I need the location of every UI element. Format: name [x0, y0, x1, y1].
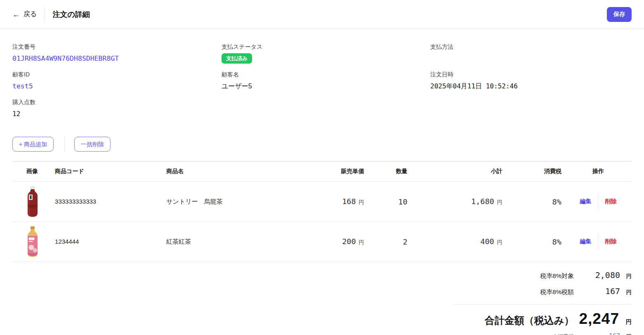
edit-link[interactable]: 編集	[580, 238, 591, 245]
product-code-cell: 1234444	[52, 222, 163, 262]
yen-suffix: 円	[359, 199, 364, 205]
operations-cell: 編集 削除	[565, 182, 632, 222]
order-datetime-field: 注文日時 2025年04月11日 10:52:46	[430, 71, 632, 91]
yen-suffix: 円	[620, 273, 632, 280]
col-header-qty: 数量	[368, 162, 411, 182]
qty-cell: 2	[368, 222, 411, 262]
item-count-field: 購入点数 12	[12, 98, 222, 119]
totals-section: 税率8%対象 2,080 円 税率8%税額 167 円 合計金額（税込み） 2,…	[12, 270, 632, 335]
grand-total-row: 合計金額（税込み） 2,247 円	[485, 310, 632, 328]
unit-price-cell: 168円	[314, 182, 367, 222]
customer-name-label: 顧客名	[222, 71, 430, 78]
grid-spacer	[222, 98, 430, 119]
tax-cell: 8%	[506, 182, 565, 222]
order-items-table: 画像 商品コード 商品名 販売単価 数量 小計 消費税 操作	[12, 161, 632, 262]
payment-method-label: 支払方法	[430, 43, 632, 51]
back-button[interactable]: ← 戻る	[12, 10, 37, 19]
col-header-image: 画像	[12, 162, 52, 182]
customer-id-label: 顧客ID	[12, 71, 222, 78]
operations-wrap: 編集 削除	[568, 193, 628, 210]
order-detail-page: ← 戻る 注文の詳細 保存 注文番号 01JRH8SA4W9N76DH8SDHE…	[0, 0, 644, 335]
col-header-subtotal: 小計	[411, 162, 506, 182]
tax8-base-label: 税率8%対象	[540, 272, 574, 280]
tax8-base-row: 税率8%対象 2,080 円	[540, 270, 632, 280]
col-header-code: 商品コード	[52, 162, 163, 182]
product-actions-row: + 商品追加 一括削除	[12, 136, 632, 152]
order-number-field: 注文番号 01JRH8SA4W9N76DH8SDHEBR8GT	[12, 43, 222, 64]
product-name-cell: 紅茶紅茶	[163, 222, 314, 262]
order-datetime-label: 注文日時	[430, 71, 632, 78]
tax8-amount-value: 167	[574, 286, 620, 296]
item-count-value: 12	[12, 109, 222, 119]
tax-value: 8%	[552, 197, 561, 206]
col-header-name: 商品名	[163, 162, 314, 182]
tax8-base-value: 2,080	[574, 270, 620, 280]
product-code-cell: 333333333333	[52, 182, 163, 222]
order-datetime-value: 2025年04月11日 10:52:46	[430, 82, 632, 91]
item-count-label: 購入点数	[12, 98, 222, 106]
actions-divider	[64, 136, 65, 152]
qty-value: 2	[403, 238, 407, 246]
yen-suffix: 円	[619, 318, 632, 326]
totals-divider	[453, 304, 632, 304]
yen-suffix: 円	[359, 239, 364, 245]
yen-suffix: 円	[620, 333, 632, 335]
back-label: 戻る	[24, 10, 37, 19]
tax-cell: 8%	[506, 222, 565, 262]
operations-divider	[598, 193, 598, 210]
customer-id-value: test5	[12, 82, 222, 91]
unit-price-cell: 200円	[314, 222, 367, 262]
unit-price-value: 200	[342, 237, 356, 246]
col-header-tax: 消費税	[506, 162, 565, 182]
product-name: サントリー 烏龍茶	[166, 198, 222, 205]
add-product-button[interactable]: + 商品追加	[12, 137, 54, 152]
product-code: 1234444	[55, 238, 79, 245]
delete-link[interactable]: 削除	[605, 238, 616, 245]
subtotal-cell: 400円	[411, 222, 506, 262]
subtotal-value: 400	[480, 237, 494, 246]
yen-suffix: 円	[497, 239, 502, 245]
product-image-cell	[12, 222, 52, 262]
top-bar-left: ← 戻る 注文の詳細	[12, 7, 90, 22]
payment-status-label: 支払ステータス	[222, 43, 430, 51]
subtotal-cell: 1,680円	[411, 182, 506, 222]
table-row: 1234444 紅茶紅茶 200円 2 400円 8%	[12, 222, 632, 262]
grand-total-value: 2,247	[579, 310, 619, 328]
product-name: 紅茶紅茶	[166, 238, 191, 245]
main-content: 注文番号 01JRH8SA4W9N76DH8SDHEBR8GT 支払ステータス …	[0, 29, 644, 335]
unit-price-value: 168	[342, 197, 356, 206]
edit-link[interactable]: 編集	[580, 198, 591, 205]
save-button[interactable]: 保存	[607, 7, 632, 22]
page-title: 注文の詳細	[52, 10, 90, 19]
qty-cell: 10	[368, 182, 411, 222]
table-header: 画像 商品コード 商品名 販売単価 数量 小計 消費税 操作	[12, 162, 632, 182]
delete-link[interactable]: 削除	[605, 198, 616, 205]
product-name-cell: サントリー 烏龍茶	[163, 182, 314, 222]
peach-tea-bottle-image	[23, 226, 42, 257]
top-bar: ← 戻る 注文の詳細 保存	[0, 0, 644, 29]
table-row: 333333333333 サントリー 烏龍茶 168円 10 1,680円	[12, 182, 632, 222]
included-tax-label: 内消費税	[552, 333, 574, 335]
included-tax-value: 167	[574, 333, 620, 335]
order-number-value: 01JRH8SA4W9N76DH8SDHEBR8GT	[12, 54, 222, 63]
bulk-delete-button[interactable]: 一括削除	[74, 137, 111, 152]
product-code: 333333333333	[55, 198, 96, 205]
oolong-tea-bottle-image	[23, 186, 42, 217]
tax8-amount-row: 税率8%税額 167 円	[540, 286, 632, 296]
subtotal-value: 1,680	[471, 197, 494, 206]
grid-spacer	[430, 98, 632, 119]
customer-id-field: 顧客ID test5	[12, 71, 222, 91]
order-info-section: 注文番号 01JRH8SA4W9N76DH8SDHEBR8GT 支払ステータス …	[12, 43, 632, 119]
header-divider	[44, 7, 45, 22]
operations-wrap: 編集 削除	[568, 233, 628, 250]
payment-status-field: 支払ステータス 支払済み	[222, 43, 430, 64]
tax-value: 8%	[552, 238, 561, 246]
customer-name-value: ユーザー5	[222, 82, 430, 91]
operations-divider	[598, 233, 598, 250]
col-header-unit-price: 販売単価	[314, 162, 367, 182]
order-number-label: 注文番号	[12, 43, 222, 51]
qty-value: 10	[398, 197, 407, 206]
operations-cell: 編集 削除	[565, 222, 632, 262]
payment-status-badge: 支払済み	[222, 53, 252, 64]
tax8-amount-label: 税率8%税額	[540, 288, 574, 296]
